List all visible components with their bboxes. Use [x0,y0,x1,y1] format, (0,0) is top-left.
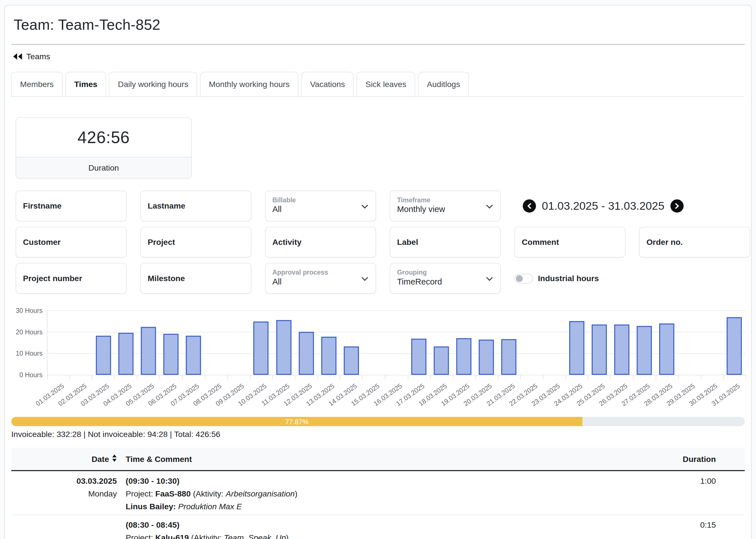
bar-06.03.2025 [163,334,178,375]
row-comment-cell: (09:30 - 10:30)Project: FaaS-880 (Aktivi… [126,474,642,513]
x-axis-tick [69,375,70,379]
bar-10.03.2025 [254,321,269,375]
x-axis-tick [611,375,611,379]
timeframe-select[interactable]: Timeframe Monthly view [390,191,500,222]
approval-process-select-value: All [273,276,282,287]
chevron-down-icon [361,274,369,283]
row-duration: 1:00 [642,474,745,513]
bar-26.03.2025 [614,325,629,375]
x-axis-tick [678,375,679,379]
milestone-filter-label: Milestone [148,274,185,283]
tab-times[interactable]: Times [65,72,106,97]
x-axis-tick [160,375,160,379]
approval-process-select-label: Approval process [273,269,328,276]
x-axis-tick [588,375,588,379]
hours-bar-chart: 30 Hours20 Hours10 Hours0 Hours01.03.202… [11,310,745,406]
x-axis-tick [115,375,115,379]
billable-select-label: Billable [273,196,296,204]
table-row[interactable]: 03.03.2025Monday(09:30 - 10:30)Project: … [11,471,745,515]
timeframe-select-label: Timeframe [397,196,430,204]
activity-filter-input[interactable]: Activity [265,227,376,258]
milestone-filter-input[interactable]: Milestone [140,263,251,294]
tab-bar: MembersTimesDaily working hoursMonthly w… [11,72,745,97]
billable-progress-fill: 77.87% [11,417,582,426]
x-axis-tick [633,375,633,379]
y-axis-label: 0 Hours [11,372,42,378]
x-axis-tick [385,375,386,379]
title-divider [11,44,745,45]
y-axis-label: 30 Hours [11,307,42,314]
row-comment-cell: (08:30 - 08:45)Project: Kalu-619 (Aktivi… [126,519,642,539]
project-number-filter-input[interactable]: Project number [16,263,126,294]
chevron-down-icon [361,201,369,210]
tab-daily-working-hours[interactable]: Daily working hours [109,72,197,97]
row-date-cell: 03.03.2025Monday [11,474,117,513]
row-duration: 0:15 [642,519,745,539]
lastname-filter-label: Lastname [148,201,186,210]
x-axis-tick [430,375,431,379]
page-viewport: Team: Team-Tech-852 Teams MembersTimesDa… [0,0,756,539]
x-axis-tick [317,375,318,379]
grouping-select-label: Grouping [397,269,427,276]
tab-sick-leaves[interactable]: Sick leaves [357,72,415,97]
duration-stat-value: 426:56 [16,118,191,157]
industrial-hours-label: Industrial hours [538,274,599,283]
comment-filter-label: Comment [522,238,559,247]
tab-vacations[interactable]: Vacations [301,72,354,97]
activity-filter-label: Activity [273,238,302,247]
table-row[interactable]: (08:30 - 08:45)Project: Kalu-619 (Aktivi… [11,515,745,539]
comment-line: (08:30 - 08:45) [126,519,642,531]
x-axis-tick [272,375,273,379]
comment-filter-input[interactable]: Comment [514,227,625,258]
project-number-filter-label: Project number [23,274,82,283]
project-filter-input[interactable]: Project [140,227,251,258]
tab-monthly-working-hours[interactable]: Monthly working hours [200,72,298,97]
comment-line: (09:30 - 10:30) [126,474,642,487]
bar-19.03.2025 [456,338,471,375]
bar-14.03.2025 [344,346,359,375]
grouping-select-value: TimeRecord [397,276,442,287]
x-axis-tick [701,375,701,379]
next-period-button[interactable] [670,199,684,213]
x-axis-tick [363,375,363,379]
back-link-teams[interactable]: Teams [12,52,50,61]
bar-17.03.2025 [411,338,426,375]
x-axis-tick [723,375,724,379]
bar-18.03.2025 [434,346,449,375]
prev-period-button[interactable] [523,199,536,213]
firstname-filter-input[interactable]: Firstname [16,191,126,222]
approval-process-select[interactable]: Approval process All [265,263,376,294]
x-axis-tick [656,375,656,379]
x-axis-tick [453,375,453,379]
billable-select[interactable]: Billable All [265,191,376,222]
date-range-nav: 01.03.2025 - 31.03.2025 [514,191,750,222]
billable-select-value: All [273,204,282,215]
rewind-icon [12,53,22,60]
billable-progress-bar: 77.87% [11,417,745,426]
tab-members[interactable]: Members [11,72,63,97]
x-axis-tick [205,375,205,379]
row-weekday: Monday [11,487,117,500]
page-title: Team: Team-Tech-852 [11,15,745,35]
tab-auditlogs[interactable]: Auditlogs [418,72,469,97]
grouping-select[interactable]: Grouping TimeRecord [390,263,500,294]
industrial-hours-toggle[interactable] [514,273,533,283]
bar-04.03.2025 [118,333,133,375]
bar-24.03.2025 [569,321,584,375]
row-date: 03.03.2025 [11,474,117,487]
label-filter-input[interactable]: Label [390,227,500,258]
x-axis-tick [475,375,476,379]
timesheet-table-header: Date Time & Comment Duration [11,448,745,471]
x-axis-tick [565,375,566,379]
date-column-header[interactable]: Date [11,454,117,464]
order-no-filter-input[interactable]: Order no. [639,227,750,258]
duration-column-header: Duration [642,454,745,464]
toggle-knob [516,275,523,282]
comment-line: Project: Kalu-619 (Aktivity: Team_Speak_… [126,531,642,539]
sort-icon [112,454,117,464]
customer-filter-input[interactable]: Customer [16,227,126,258]
lastname-filter-input[interactable]: Lastname [140,191,251,222]
x-axis-tick [543,375,543,379]
x-axis-tick [137,375,137,379]
x-axis-tick [295,375,295,379]
